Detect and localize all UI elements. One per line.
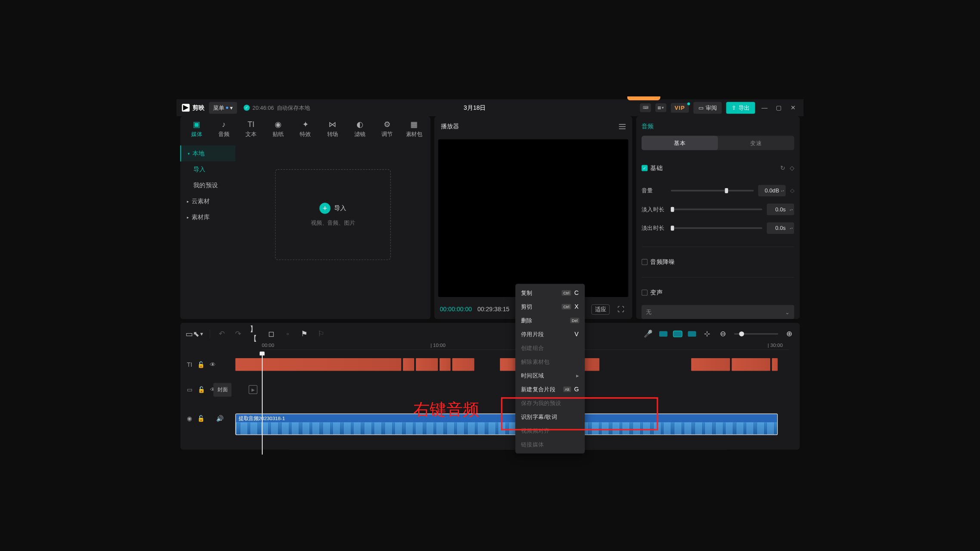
export-icon: ⇧	[732, 105, 736, 111]
export-button[interactable]: ⇧ 导出	[726, 102, 755, 114]
tab-转场[interactable]: ⋈转场	[320, 120, 345, 138]
tab-特效[interactable]: ✦特效	[293, 120, 318, 138]
cursor-tool[interactable]: ▭⬉▾	[186, 329, 203, 338]
video-clip-icon[interactable]: ▶	[248, 385, 257, 394]
video-track-icon: ▭	[187, 386, 192, 393]
zoom-slider[interactable]	[734, 333, 778, 334]
tab-素材包[interactable]: ▦素材包	[402, 120, 427, 138]
tab-调节[interactable]: ⚙调节	[375, 120, 400, 138]
review-button[interactable]: ▭ 审阅	[693, 102, 722, 114]
layout-icon[interactable]: ▦ ▾	[655, 103, 667, 112]
prop-tab-基本[interactable]: 基本	[642, 136, 718, 150]
audio-clip[interactable]: 提取音频20230318-1	[236, 414, 778, 435]
lock-icon[interactable]: 🔓	[198, 386, 205, 393]
ctx-时间区域[interactable]: 时间区域▸	[515, 368, 585, 382]
app-logo-icon	[182, 104, 189, 111]
tab-icon: ▦	[410, 120, 418, 129]
crop-tool[interactable]: ◻	[266, 329, 276, 339]
maximize-button[interactable]: ▢	[774, 103, 784, 113]
chevron-icon: ▸	[187, 199, 189, 204]
lock-icon[interactable]: 🔓	[197, 415, 205, 422]
ctx-剪切[interactable]: 剪切CtrlX	[515, 300, 585, 313]
basic-checkbox[interactable]: ✓	[642, 165, 648, 171]
import-dropzone[interactable]: + 导入 视频、音频、图片	[275, 169, 391, 260]
flag-tool[interactable]: ⚑	[299, 329, 309, 339]
reset-icon[interactable]: ↻	[780, 164, 785, 172]
mic-icon[interactable]: 🎤	[643, 329, 653, 339]
split-tool[interactable]: 】【	[250, 329, 260, 339]
minimize-button[interactable]: —	[760, 103, 769, 113]
value-input[interactable]: 0.0dB▴▾	[758, 185, 786, 196]
vip-badge[interactable]: VIP	[671, 103, 689, 112]
sidebar-item-导入[interactable]: 导入	[180, 161, 236, 177]
video-stage[interactable]	[438, 139, 629, 297]
audio-track: ◉ 🔓 . 🔊 提取音频20230318-1	[180, 405, 800, 433]
prop-tab-变速[interactable]: 变速	[718, 136, 794, 150]
ruler-mark: | 30:00	[768, 343, 783, 348]
flag-tool-2[interactable]: ⚐	[316, 329, 326, 339]
close-button[interactable]: ✕	[788, 103, 798, 113]
value-input[interactable]: 0.0s▴▾	[767, 204, 794, 215]
keyframe-icon[interactable]: ◇	[790, 164, 794, 172]
ctx-复制[interactable]: 复制CtrlC	[515, 286, 585, 300]
slider[interactable]	[671, 190, 754, 192]
sidebar-item-素材库[interactable]: ▸素材库	[180, 209, 236, 225]
tab-icon: ⚙	[384, 120, 391, 129]
menu-button[interactable]: 菜单 ▾	[209, 102, 237, 114]
zoom-in-icon[interactable]: ⊕	[785, 329, 794, 339]
tab-贴纸[interactable]: ◉贴纸	[266, 120, 291, 138]
voice-select[interactable]: 无 ⌄	[642, 305, 794, 319]
value-input[interactable]: 0.0s▴▾	[767, 223, 794, 234]
prop-row-淡入时长: 淡入时长 0.0s▴▾	[642, 204, 794, 215]
tab-滤镜[interactable]: ◐滤镜	[347, 120, 372, 138]
fullscreen-icon[interactable]: ⛶	[615, 303, 627, 315]
ctx-识别字幕/歌词[interactable]: 识别字幕/歌词	[515, 410, 585, 424]
fit-button[interactable]: 适应	[592, 304, 610, 315]
voice-checkbox[interactable]	[642, 290, 648, 296]
audio-clip-label: 提取音频20230318-1	[236, 414, 777, 423]
magnet-tool-1[interactable]	[659, 331, 667, 337]
ctx-视频频对齐: 视频频对齐	[515, 424, 585, 437]
player-menu-icon[interactable]	[619, 124, 626, 129]
keyframe-icon[interactable]: ◇	[790, 187, 794, 194]
speaker-icon[interactable]: 🔊	[216, 415, 223, 422]
magnet-tool-3[interactable]	[688, 331, 696, 337]
title-bar: 剪映 菜单 ▾ ✓ 20:46:06 自动保存本地 3月18日 ⌨ ▦ ▾ VI…	[177, 99, 804, 116]
progress-pill	[627, 96, 661, 100]
slider[interactable]	[671, 209, 762, 210]
text-clips[interactable]	[236, 358, 789, 371]
tool-a[interactable]: ▫	[283, 329, 293, 339]
media-panel: ▣媒体♪音频TI文本◉贴纸✦特效⋈转场◐滤镜⚙调节▦素材包 ▾本地导入我的预设▸…	[180, 116, 431, 319]
sidebar-item-我的预设[interactable]: 我的预设	[180, 177, 236, 193]
tab-文本[interactable]: TI文本	[239, 120, 264, 138]
eye-icon[interactable]: 👁	[210, 362, 216, 369]
ruler-mark: | 10:00	[431, 343, 446, 348]
magnet-tool-2[interactable]	[673, 331, 682, 337]
align-tool[interactable]: ⊹	[702, 329, 712, 339]
sidebar-item-云素材[interactable]: ▸云素材	[180, 193, 236, 209]
noise-checkbox[interactable]	[642, 259, 648, 265]
text-track-icon: TI	[187, 362, 192, 369]
tab-音频[interactable]: ♪音频	[211, 120, 236, 138]
properties-panel: 音频 基本变速 ✓ 基础 ↻ ◇ 音量 0.0dB▴▾ ◇ 淡入时长 0.0s▴…	[636, 116, 800, 319]
cover-button[interactable]: 封面	[213, 383, 231, 397]
keyboard-icon[interactable]: ⌨	[640, 103, 651, 112]
ctx-新建复合片段[interactable]: 新建复合片段AltG	[515, 382, 585, 396]
current-time: 00:00:00:00	[440, 306, 472, 313]
playhead[interactable]	[262, 356, 263, 455]
ctx-删除[interactable]: 删除Del	[515, 313, 585, 327]
slider[interactable]	[671, 227, 762, 229]
player-title: 播放器	[441, 122, 459, 130]
waveform	[236, 422, 777, 434]
zoom-out-icon[interactable]: ⊖	[718, 329, 728, 339]
redo-button[interactable]: ↷	[233, 329, 243, 339]
lock-icon[interactable]: 🔓	[197, 362, 205, 369]
ctx-停用片段[interactable]: 停用片段V	[515, 327, 585, 341]
sidebar-item-本地[interactable]: ▾本地	[180, 145, 236, 161]
ctx-解除素材包: 解除素材包	[515, 355, 585, 368]
text-track: TI 🔓 👁	[180, 356, 800, 375]
tab-媒体[interactable]: ▣媒体	[184, 120, 209, 138]
review-icon: ▭	[698, 105, 704, 111]
undo-button[interactable]: ↶	[217, 329, 226, 339]
plus-icon: +	[319, 203, 331, 214]
